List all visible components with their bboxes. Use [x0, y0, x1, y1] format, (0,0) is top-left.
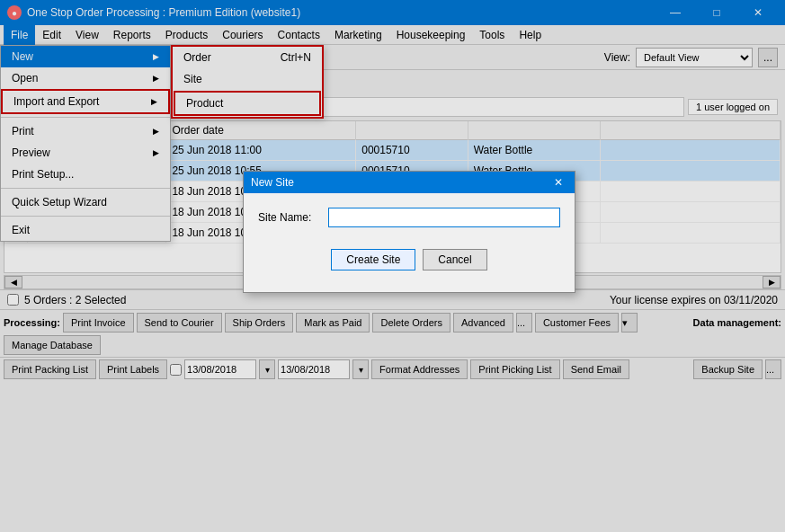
create-site-button[interactable]: Create Site	[331, 249, 415, 270]
dialog-overlay: New Site ✕ Site Name: Create Site Cancel	[0, 0, 785, 532]
cancel-button[interactable]: Cancel	[423, 249, 486, 270]
site-name-input[interactable]	[328, 208, 560, 227]
site-name-field: Site Name:	[258, 208, 560, 227]
dialog-title-bar: New Site ✕	[244, 172, 575, 193]
dialog-close-button[interactable]: ✕	[549, 173, 567, 191]
new-site-dialog: New Site ✕ Site Name: Create Site Cancel	[243, 171, 575, 293]
dialog-title: New Site	[251, 176, 294, 189]
site-name-label: Site Name:	[258, 211, 321, 224]
dialog-buttons: Create Site Cancel	[258, 242, 560, 278]
dialog-body: Site Name: Create Site Cancel	[244, 193, 575, 292]
